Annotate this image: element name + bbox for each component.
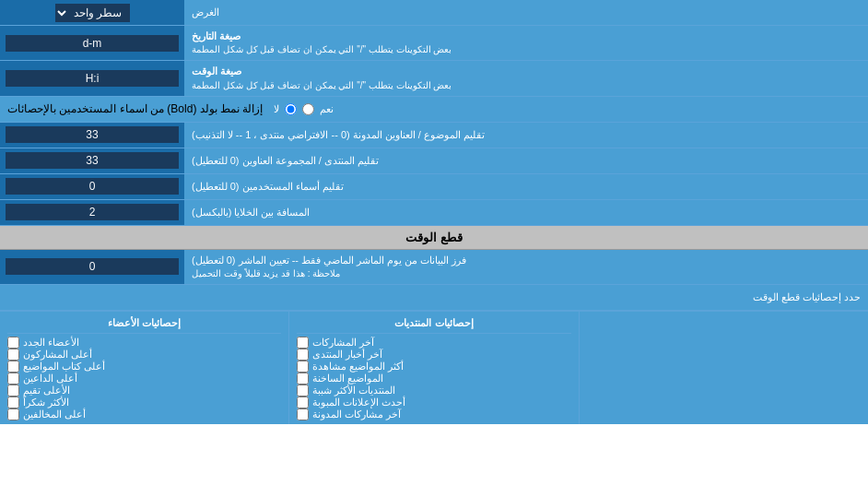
label-distance: المسافة بين الخلايا (بالبكسل) <box>184 200 868 225</box>
label-bold: إزالة نمط بولد (Bold) من اسماء المستخدمي… <box>7 102 263 115</box>
input-cell-distance <box>0 200 184 225</box>
usernames-input[interactable] <box>6 178 179 195</box>
cb-last-noted: آخر مشاركات المدونة <box>297 408 570 420</box>
section-header-cutoff: قطع الوقت <box>0 226 868 250</box>
forum-input[interactable] <box>6 152 179 169</box>
cb-most-thanked: الأكثر شكراً <box>7 396 281 408</box>
stats-side-label <box>579 312 868 424</box>
checkboxes-section: إحصائيات المنتديات آخر المشاركات آخر أخب… <box>0 311 868 424</box>
cb-top-authors: أعلى كتاب المواضيع <box>7 361 281 373</box>
cb-last-posts: آخر المشاركات <box>297 337 570 349</box>
radio-yes-label: نعم <box>320 103 334 115</box>
cb-hot-topics: المواضيع الساخنة <box>297 373 570 385</box>
label-time-format: صيغة الوقت بعض التكوينات يتطلب "/" التي … <box>184 61 868 95</box>
row-cutoff: فرز البيانات من يوم الماشر الماضي فقط --… <box>0 250 868 285</box>
row-distance: المسافة بين الخلايا (بالبكسل) <box>0 200 868 226</box>
row-date-format: صيغة التاريخ بعض التكوينات يتطلب "/" الت… <box>0 26 868 61</box>
input-cell-usernames <box>0 174 184 199</box>
radio-cell-bold: نعم لا إزالة نمط بولد (Bold) من اسماء ال… <box>0 97 868 122</box>
label-subjects: تقليم الموضوع / العناوين المدونة (0 -- ا… <box>184 123 868 148</box>
subjects-input[interactable] <box>6 126 179 143</box>
cb-most-viewed: أكثر المواضيع مشاهدة <box>297 361 570 373</box>
cb-new-events: أحدث الإعلانات المبوبة <box>297 396 570 408</box>
cutoff-input[interactable] <box>6 258 179 275</box>
input-cell-time <box>0 61 184 95</box>
label-stats-header: حدد إحصائيات قطع الوقت <box>0 285 868 310</box>
row-time-format: صيغة الوقت بعض التكوينات يتطلب "/" التي … <box>0 61 868 96</box>
cb-top-online: أعلى الداعين <box>7 373 281 385</box>
col-content-header: إحصائيات المنتديات <box>297 315 570 334</box>
radio-no[interactable] <box>285 103 297 115</box>
radio-group-bold: نعم لا <box>274 103 334 115</box>
input-cell-date <box>0 26 184 60</box>
cb-top-rated: الأعلى تقيم <box>7 385 281 396</box>
row-bold: نعم لا إزالة نمط بولد (Bold) من اسماء ال… <box>0 97 868 123</box>
cb-new-members: الأعضاء الجدد <box>7 337 281 349</box>
label-cutoff: فرز البيانات من يوم الماشر الماضي فقط --… <box>184 250 868 284</box>
cb-popular-forums: المنتديات الأكثر شببة <box>297 385 570 396</box>
input-cell-ard: سطر واحد متعدد <box>0 0 184 25</box>
cb-top-violators: أعلى المخالفين <box>7 408 281 420</box>
row-ard: الغرض سطر واحد متعدد <box>0 0 868 26</box>
radio-no-label: لا <box>274 103 279 115</box>
row-stats-header: حدد إحصائيات قطع الوقت <box>0 285 868 311</box>
label-forum: تقليم المنتدى / المجموعة العناوين (0 للت… <box>184 148 868 173</box>
distance-input[interactable] <box>6 204 179 220</box>
input-cell-subjects <box>0 123 184 148</box>
row-usernames: تقليم أسماء المستخدمين (0 للتعطيل) <box>0 174 868 200</box>
ard-select[interactable]: سطر واحد متعدد <box>55 4 130 22</box>
row-forum: تقليم المنتدى / المجموعة العناوين (0 للت… <box>0 148 868 174</box>
date-format-input[interactable] <box>6 35 179 52</box>
col-member-header: إحصائيات الأعضاء <box>7 315 281 334</box>
row-subjects: تقليم الموضوع / العناوين المدونة (0 -- ا… <box>0 123 868 148</box>
col-content-stats: إحصائيات المنتديات آخر المشاركات آخر أخب… <box>288 312 578 424</box>
cb-last-news: آخر أخبار المنتدى <box>297 349 570 361</box>
label-usernames: تقليم أسماء المستخدمين (0 للتعطيل) <box>184 174 868 199</box>
label-ard: الغرض <box>184 0 868 25</box>
cb-top-posters: أعلى المشاركون <box>7 349 281 361</box>
label-date-format: صيغة التاريخ بعض التكوينات يتطلب "/" الت… <box>184 26 868 60</box>
input-cell-cutoff <box>0 250 184 284</box>
col-member-stats: إحصائيات الأعضاء الأعضاء الجدد أعلى المش… <box>0 312 288 424</box>
time-format-input[interactable] <box>6 70 179 87</box>
input-cell-forum <box>0 148 184 173</box>
radio-yes[interactable] <box>302 103 314 115</box>
